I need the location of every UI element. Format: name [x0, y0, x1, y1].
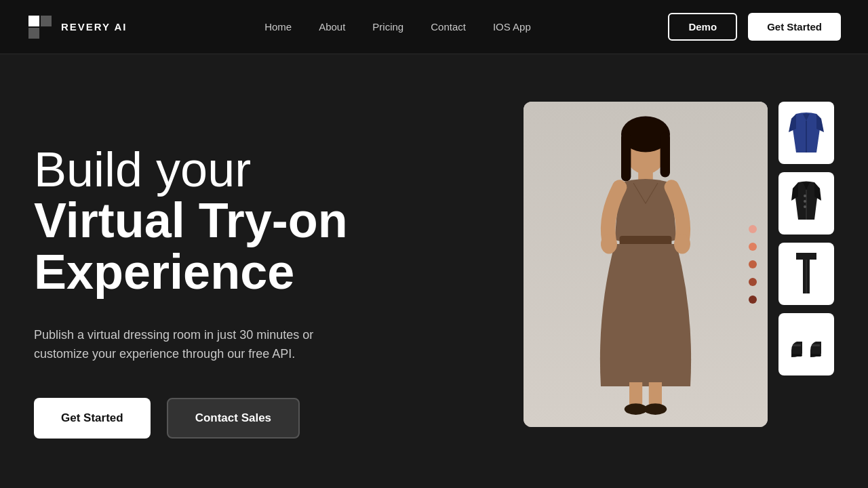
carousel-dots [749, 225, 757, 304]
main-preview [524, 102, 768, 427]
nav-link-about[interactable]: About [319, 21, 345, 33]
hero-title-line1: Build your [34, 142, 251, 197]
thumb-black-pants-icon [786, 249, 827, 298]
svg-point-14 [644, 403, 667, 415]
nav-item-contact[interactable]: Contact [431, 21, 466, 33]
navbar: REVERY AI Home About Pricing Contact IOS… [0, 0, 868, 54]
svg-rect-1 [41, 16, 52, 26]
nav-link-ios[interactable]: IOS App [493, 21, 531, 33]
brand: REVERY AI [27, 14, 127, 40]
hero-buttons: Get Started Contact Sales [34, 398, 387, 439]
demo-button[interactable]: Demo [668, 13, 737, 41]
dot-5[interactable] [749, 296, 757, 304]
hero-get-started-button[interactable]: Get Started [34, 398, 151, 439]
svg-rect-24 [812, 344, 820, 346]
thumb-card-4[interactable] [778, 313, 834, 375]
brand-name: REVERY AI [61, 21, 127, 33]
svg-rect-23 [793, 344, 801, 346]
thumb-card-3[interactable] [778, 243, 834, 305]
hero-text: Build your Virtual Try-on Experience Pub… [34, 144, 414, 439]
dot-4[interactable] [749, 278, 757, 286]
svg-point-10 [674, 235, 690, 254]
thumb-card-1[interactable] [778, 102, 834, 164]
svg-rect-11 [629, 382, 642, 407]
hero-contact-sales-button[interactable]: Contact Sales [167, 398, 300, 439]
hero-title-line3: Experience [34, 245, 294, 299]
svg-point-18 [804, 200, 806, 203]
svg-rect-2 [28, 28, 39, 39]
nav-link-home[interactable]: Home [264, 21, 292, 33]
hero-subtitle: Publish a virtual dressing room in just … [34, 325, 359, 365]
svg-point-9 [601, 235, 617, 254]
model-svg [548, 110, 743, 419]
nav-links: Home About Pricing Contact IOS App [264, 21, 531, 33]
dot-2[interactable] [749, 243, 757, 251]
get-started-nav-button[interactable]: Get Started [748, 13, 841, 41]
svg-point-17 [804, 195, 806, 197]
nav-item-ios[interactable]: IOS App [493, 21, 531, 33]
hero-title-line2: Virtual Try-on [34, 193, 348, 247]
svg-rect-22 [810, 354, 821, 357]
logo-icon [27, 14, 53, 40]
thumb-black-jacket-icon [786, 179, 827, 228]
nav-actions: Demo Get Started [668, 13, 841, 41]
nav-item-home[interactable]: Home [264, 21, 292, 33]
model-figure [524, 102, 768, 427]
svg-rect-5 [621, 133, 631, 182]
dot-1[interactable] [749, 225, 757, 233]
svg-rect-6 [660, 133, 670, 178]
hero-title: Build your Virtual Try-on Experience [34, 144, 387, 298]
thumb-card-2[interactable] [778, 172, 834, 235]
svg-rect-0 [28, 16, 39, 26]
dot-3[interactable] [749, 260, 757, 268]
nav-link-contact[interactable]: Contact [431, 21, 466, 33]
svg-rect-21 [791, 354, 802, 357]
thumb-blue-jacket-icon [786, 108, 827, 157]
svg-point-13 [625, 403, 648, 415]
hero-visual [414, 95, 834, 488]
clothing-thumbnails [778, 102, 834, 375]
svg-rect-12 [649, 382, 662, 407]
nav-link-pricing[interactable]: Pricing [372, 21, 403, 33]
hero-section: Build your Virtual Try-on Experience Pub… [0, 54, 868, 488]
nav-item-pricing[interactable]: Pricing [372, 21, 403, 33]
svg-point-19 [804, 205, 806, 208]
nav-item-about[interactable]: About [319, 21, 345, 33]
thumb-shoes-icon [786, 320, 827, 369]
